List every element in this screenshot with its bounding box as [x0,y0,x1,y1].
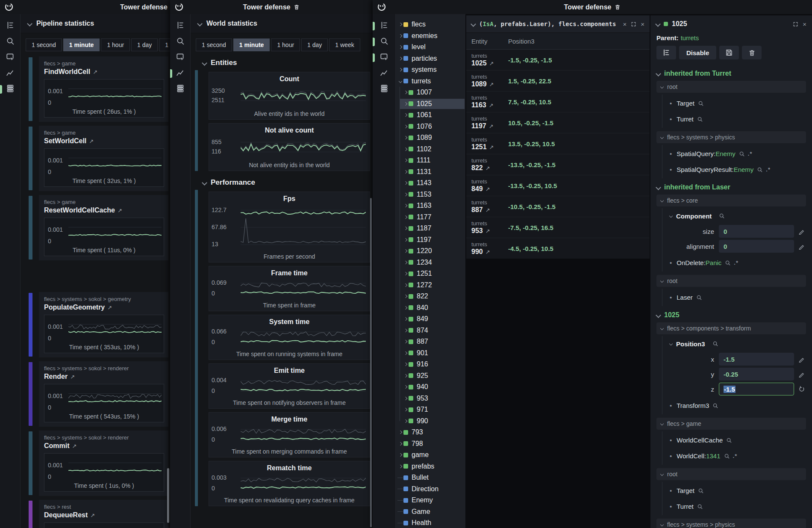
vertical-scrollbar[interactable] [370,198,372,527]
chevron-right-icon[interactable] [403,419,407,423]
search-icon[interactable] [696,295,702,301]
chevron-right-icon[interactable] [403,283,407,287]
field-input-x[interactable]: -1.5 [719,353,794,366]
screen-share-sidebar-button[interactable] [373,53,395,63]
line-chart-sidebar-button[interactable] [170,68,190,79]
entity-id-link[interactable]: 1089↗ [471,80,508,88]
delete-world-icon[interactable] [294,4,300,10]
stats-sidebar-button[interactable] [373,84,395,94]
entity-id-link[interactable]: 990↗ [471,248,508,256]
pair-wildcard-icon[interactable]: .* [748,150,753,157]
field-input-y[interactable]: -0.25 [719,368,794,381]
tree-item-1061[interactable]: 1061 [396,109,465,121]
search-icon[interactable] [698,100,704,106]
search-icon[interactable] [757,167,763,173]
open-external-icon[interactable]: ↗ [485,207,490,213]
tree-item-1153[interactable]: 1153 [396,189,465,201]
tree-item-1025[interactable]: 1025 [396,98,465,110]
disable-button[interactable]: Disable [679,46,716,59]
vertical-scrollbar[interactable] [167,468,169,523]
collapse-chevron-icon[interactable] [202,60,207,66]
search-icon[interactable] [726,437,732,443]
tree-item-971[interactable]: 971 [396,404,465,416]
open-external-icon[interactable]: ↗ [70,374,75,380]
chevron-right-icon[interactable] [403,317,407,321]
hierarchy-sidebar-button[interactable] [373,21,395,31]
open-external-icon[interactable]: ↗ [489,60,494,67]
chevron-right-icon[interactable] [403,295,407,298]
chevron-right-icon[interactable] [403,170,407,174]
parent-link[interactable]: turrets [681,34,699,41]
tab-1-day[interactable]: 1 day [301,38,328,51]
edit-pencil-icon[interactable] [797,356,806,363]
tree-item-887[interactable]: 887 [396,336,465,348]
search-icon[interactable] [739,151,745,157]
tree-item-turrets[interactable]: turrets [396,76,465,87]
chevron-right-icon[interactable] [403,249,407,253]
chevron-right-icon[interactable] [403,113,407,117]
chevron-right-icon[interactable] [403,397,407,400]
collapse-chevron-icon[interactable] [660,136,664,139]
tree-item-particles[interactable]: particles [396,53,465,65]
module-path-header[interactable]: flecs > systems > physics [656,519,806,528]
tab-1-second[interactable]: 1 second [196,38,232,51]
stats-sidebar-button[interactable] [170,84,190,94]
tree-item-1089[interactable]: 1089 [396,132,465,144]
tree-item-990[interactable]: 990 [396,416,465,427]
tree-item-901[interactable]: 901 [396,348,465,359]
tree-item-822[interactable]: 822 [396,291,465,302]
module-path-header[interactable]: root [656,81,806,93]
tree-item-1220[interactable]: 1220 [396,245,465,257]
tree-item-798[interactable]: 798 [396,438,465,450]
search-icon[interactable] [698,488,704,494]
chevron-right-icon[interactable] [398,431,402,434]
chevron-right-icon[interactable] [398,68,402,71]
tree-item-953[interactable]: 953 [396,393,465,404]
module-path-header[interactable]: root [656,468,806,480]
close-query-icon[interactable]: × [641,21,644,28]
search-icon[interactable] [719,213,725,219]
line-chart-sidebar-button[interactable] [0,68,20,79]
entity-id-link[interactable]: 1163↗ [471,101,508,109]
tree-item-flecs[interactable]: flecs [396,19,465,30]
field-input-z[interactable]: -1.5 [719,383,794,395]
collapse-chevron-icon[interactable] [660,279,664,283]
tab-1-week[interactable]: 1 week [329,38,360,51]
entity-id-link[interactable]: 849↗ [471,185,508,193]
query-expression[interactable]: (IsA, prefabs.Laser), flecs.components [479,21,619,27]
search-icon[interactable] [712,403,718,409]
open-external-icon[interactable]: ↗ [485,249,490,255]
search-icon[interactable] [697,116,703,122]
field-input-alignment[interactable]: 0 [719,240,794,253]
chevron-right-icon[interactable] [403,374,407,378]
search-sidebar-button[interactable] [373,37,395,47]
collapse-chevron-icon[interactable] [660,199,664,202]
open-external-icon[interactable]: ↗ [489,81,494,88]
open-external-icon[interactable]: ↗ [485,186,490,192]
clear-query-icon[interactable]: × [623,21,627,28]
chevron-right-icon[interactable] [403,385,407,389]
delete-world-icon[interactable] [615,4,621,10]
open-external-icon[interactable]: ↗ [485,165,490,171]
chevron-right-icon[interactable] [398,453,402,457]
search-sidebar-button[interactable] [170,37,190,47]
chevron-right-icon[interactable] [403,193,407,196]
open-external-icon[interactable]: ↗ [485,228,490,234]
hierarchy-sidebar-button[interactable] [170,21,190,31]
chevron-right-icon[interactable] [398,442,402,445]
edit-pencil-icon[interactable] [797,371,806,378]
tree-item-1076[interactable]: 1076 [396,121,465,133]
tab-1-hour[interactable]: 1 hour [271,38,300,51]
collapse-chevron-icon[interactable] [656,71,661,77]
chevron-right-icon[interactable] [403,340,407,343]
tab-1-minute[interactable]: 1 minute [63,38,100,51]
open-external-icon[interactable]: ↗ [489,144,494,150]
tree-item-925[interactable]: 925 [396,370,465,382]
chevron-right-icon[interactable] [403,181,407,185]
open-external-icon[interactable]: ↗ [489,123,494,130]
chevron-right-icon[interactable] [398,23,402,26]
screen-share-sidebar-button[interactable] [0,53,20,63]
pair-wildcard-icon[interactable]: .* [733,453,738,459]
tree-item-Direction[interactable]: Direction [396,484,465,495]
chevron-right-icon[interactable] [403,215,407,219]
